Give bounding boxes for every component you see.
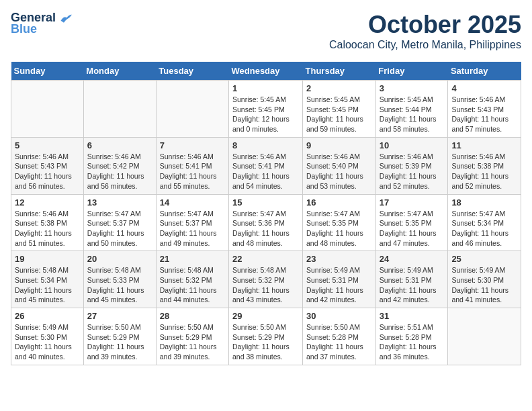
calendar-cell: 24Sunrise: 5:49 AM Sunset: 5:31 PM Dayli… (375, 251, 448, 308)
col-header-monday: Monday (83, 62, 156, 81)
day-info: Sunrise: 5:49 AM Sunset: 5:30 PM Dayligh… (451, 265, 517, 305)
day-info: Sunrise: 5:47 AM Sunset: 5:37 PM Dayligh… (160, 209, 225, 248)
calendar-cell: 9Sunrise: 5:46 AM Sunset: 5:40 PM Daylig… (303, 137, 376, 194)
calendar-cell: 26Sunrise: 5:49 AM Sunset: 5:30 PM Dayli… (11, 308, 84, 365)
calendar-cell: 13Sunrise: 5:47 AM Sunset: 5:37 PM Dayli… (83, 194, 156, 251)
calendar-cell: 11Sunrise: 5:46 AM Sunset: 5:38 PM Dayli… (448, 137, 521, 194)
day-info: Sunrise: 5:45 AM Sunset: 5:44 PM Dayligh… (380, 95, 445, 134)
day-number: 25 (451, 254, 517, 264)
day-number: 26 (15, 311, 80, 321)
week-row-4: 19Sunrise: 5:48 AM Sunset: 5:34 PM Dayli… (11, 251, 521, 308)
calendar-cell: 31Sunrise: 5:51 AM Sunset: 5:28 PM Dayli… (375, 308, 448, 365)
calendar-cell: 12Sunrise: 5:46 AM Sunset: 5:38 PM Dayli… (11, 194, 84, 251)
day-number: 21 (160, 254, 225, 264)
day-number: 8 (232, 140, 299, 150)
day-number: 9 (306, 140, 372, 150)
calendar-cell: 4Sunrise: 5:46 AM Sunset: 5:43 PM Daylig… (448, 81, 521, 138)
day-info: Sunrise: 5:48 AM Sunset: 5:34 PM Dayligh… (15, 265, 80, 305)
calendar-cell: 28Sunrise: 5:50 AM Sunset: 5:29 PM Dayli… (156, 308, 228, 365)
col-header-friday: Friday (375, 62, 448, 81)
calendar-cell: 21Sunrise: 5:48 AM Sunset: 5:32 PM Dayli… (156, 251, 228, 308)
day-number: 29 (232, 311, 299, 321)
day-info: Sunrise: 5:50 AM Sunset: 5:29 PM Dayligh… (232, 322, 299, 362)
day-info: Sunrise: 5:46 AM Sunset: 5:41 PM Dayligh… (160, 152, 225, 191)
day-number: 6 (87, 140, 152, 150)
day-number: 24 (380, 254, 445, 264)
calendar-cell: 5Sunrise: 5:46 AM Sunset: 5:43 PM Daylig… (11, 137, 84, 194)
calendar-cell: 14Sunrise: 5:47 AM Sunset: 5:37 PM Dayli… (156, 194, 228, 251)
calendar-cell (83, 81, 156, 138)
calendar-cell (11, 81, 84, 138)
calendar-cell (156, 81, 228, 138)
day-number: 19 (15, 254, 80, 264)
day-info: Sunrise: 5:47 AM Sunset: 5:36 PM Dayligh… (232, 209, 299, 248)
calendar-cell: 2Sunrise: 5:45 AM Sunset: 5:45 PM Daylig… (303, 81, 376, 138)
calendar-cell: 17Sunrise: 5:47 AM Sunset: 5:35 PM Dayli… (375, 194, 448, 251)
day-number: 17 (380, 197, 445, 208)
day-number: 30 (306, 311, 372, 321)
day-number: 10 (380, 140, 445, 150)
day-info: Sunrise: 5:49 AM Sunset: 5:31 PM Dayligh… (380, 265, 445, 305)
calendar-cell: 23Sunrise: 5:49 AM Sunset: 5:31 PM Dayli… (303, 251, 376, 308)
day-number: 23 (306, 254, 372, 264)
month-title: October 2025 (329, 11, 521, 39)
day-number: 14 (160, 197, 225, 208)
week-row-3: 12Sunrise: 5:46 AM Sunset: 5:38 PM Dayli… (11, 194, 521, 251)
day-info: Sunrise: 5:47 AM Sunset: 5:35 PM Dayligh… (380, 209, 445, 248)
day-number: 15 (232, 197, 299, 208)
day-info: Sunrise: 5:49 AM Sunset: 5:31 PM Dayligh… (306, 265, 372, 305)
day-number: 27 (87, 311, 152, 321)
day-number: 18 (451, 197, 517, 208)
logo-bird-icon (60, 13, 72, 23)
col-header-wednesday: Wednesday (229, 62, 303, 81)
day-info: Sunrise: 5:46 AM Sunset: 5:38 PM Dayligh… (451, 152, 517, 191)
calendar-cell: 8Sunrise: 5:46 AM Sunset: 5:41 PM Daylig… (229, 137, 303, 194)
day-info: Sunrise: 5:47 AM Sunset: 5:37 PM Dayligh… (87, 209, 152, 248)
day-number: 12 (15, 197, 80, 208)
day-info: Sunrise: 5:45 AM Sunset: 5:45 PM Dayligh… (306, 95, 372, 134)
week-row-1: 1Sunrise: 5:45 AM Sunset: 5:45 PM Daylig… (11, 81, 521, 138)
day-number: 4 (451, 83, 517, 93)
day-number: 28 (160, 311, 225, 321)
calendar-cell: 18Sunrise: 5:47 AM Sunset: 5:34 PM Dayli… (448, 194, 521, 251)
day-info: Sunrise: 5:48 AM Sunset: 5:32 PM Dayligh… (160, 265, 225, 305)
day-number: 20 (87, 254, 152, 264)
day-number: 11 (451, 140, 517, 150)
day-info: Sunrise: 5:48 AM Sunset: 5:33 PM Dayligh… (87, 265, 152, 305)
calendar-cell: 19Sunrise: 5:48 AM Sunset: 5:34 PM Dayli… (11, 251, 84, 308)
day-number: 22 (232, 254, 299, 264)
day-number: 3 (380, 83, 445, 93)
day-info: Sunrise: 5:47 AM Sunset: 5:34 PM Dayligh… (451, 209, 517, 248)
day-info: Sunrise: 5:46 AM Sunset: 5:41 PM Dayligh… (232, 152, 299, 191)
calendar-cell: 16Sunrise: 5:47 AM Sunset: 5:35 PM Dayli… (303, 194, 376, 251)
calendar-cell (448, 308, 521, 365)
calendar-cell: 3Sunrise: 5:45 AM Sunset: 5:44 PM Daylig… (375, 81, 448, 138)
logo: General Blue (11, 11, 72, 36)
calendar-cell: 7Sunrise: 5:46 AM Sunset: 5:41 PM Daylig… (156, 137, 228, 194)
day-number: 1 (232, 83, 299, 93)
calendar-cell: 27Sunrise: 5:50 AM Sunset: 5:29 PM Dayli… (83, 308, 156, 365)
day-number: 2 (306, 83, 372, 93)
day-info: Sunrise: 5:46 AM Sunset: 5:43 PM Dayligh… (451, 95, 517, 134)
calendar-cell: 25Sunrise: 5:49 AM Sunset: 5:30 PM Dayli… (448, 251, 521, 308)
calendar-cell: 1Sunrise: 5:45 AM Sunset: 5:45 PM Daylig… (229, 81, 303, 138)
calendar-cell: 10Sunrise: 5:46 AM Sunset: 5:39 PM Dayli… (375, 137, 448, 194)
day-info: Sunrise: 5:46 AM Sunset: 5:40 PM Dayligh… (306, 152, 372, 191)
col-header-thursday: Thursday (303, 62, 376, 81)
day-info: Sunrise: 5:50 AM Sunset: 5:29 PM Dayligh… (87, 322, 152, 362)
day-info: Sunrise: 5:47 AM Sunset: 5:35 PM Dayligh… (306, 209, 372, 248)
week-row-5: 26Sunrise: 5:49 AM Sunset: 5:30 PM Dayli… (11, 308, 521, 365)
col-header-saturday: Saturday (448, 62, 521, 81)
day-info: Sunrise: 5:45 AM Sunset: 5:45 PM Dayligh… (232, 95, 299, 134)
day-number: 5 (15, 140, 80, 150)
col-header-tuesday: Tuesday (156, 62, 228, 81)
day-info: Sunrise: 5:46 AM Sunset: 5:39 PM Dayligh… (380, 152, 445, 191)
day-number: 7 (160, 140, 225, 150)
day-info: Sunrise: 5:51 AM Sunset: 5:28 PM Dayligh… (380, 322, 445, 362)
day-number: 16 (306, 197, 372, 208)
day-number: 13 (87, 197, 152, 208)
calendar-cell: 22Sunrise: 5:48 AM Sunset: 5:32 PM Dayli… (229, 251, 303, 308)
title-section: October 2025 Caloocan City, Metro Manila… (329, 11, 521, 51)
week-row-2: 5Sunrise: 5:46 AM Sunset: 5:43 PM Daylig… (11, 137, 521, 194)
day-info: Sunrise: 5:46 AM Sunset: 5:43 PM Dayligh… (15, 152, 80, 191)
